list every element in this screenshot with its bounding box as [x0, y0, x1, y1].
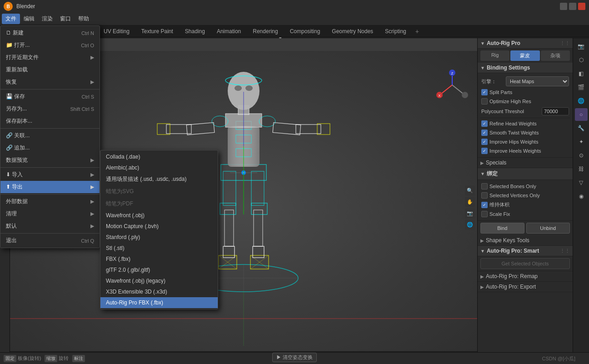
pan-icon[interactable]: ✋ — [465, 197, 475, 207]
export-ply[interactable]: Stanford (.ply) — [100, 232, 218, 243]
menu-save-as[interactable]: 另存为... Shift Ctrl S — [0, 103, 100, 115]
export-alembic[interactable]: Alembic(.abc) — [100, 162, 218, 173]
tab-compositing[interactable]: Compositing — [285, 26, 326, 36]
prop-scene[interactable]: 🎬 — [575, 81, 588, 94]
add-workspace-button[interactable]: + — [413, 27, 422, 36]
maximize-button[interactable] — [569, 3, 576, 10]
menu-new[interactable]: 🗋 新建 Ctrl N — [0, 27, 100, 39]
selected-bones-checkbox[interactable] — [481, 183, 488, 189]
tab-skin[interactable]: 蒙皮 — [510, 50, 539, 61]
binding-settings-content: 引擎： Heat Maps ✓ Split Parts Optimize Hig… — [478, 73, 573, 157]
arp-tabs: Rig 蒙皮 杂项 — [478, 49, 573, 63]
tab-shading[interactable]: Shading — [180, 26, 210, 36]
tab-animation[interactable]: Animation — [211, 26, 246, 36]
prop-render[interactable]: 📷 — [575, 40, 588, 53]
prop-output[interactable]: ⬡ — [575, 54, 588, 66]
arp-smart-menu[interactable]: ⋮⋮ — [560, 248, 570, 254]
improve-hips-checkbox[interactable]: ✓ — [481, 139, 488, 145]
navigation-gizmo[interactable]: Z X — [436, 69, 468, 101]
arp-remap-section[interactable]: ▶ Auto-Rig Pro: Remap — [478, 271, 573, 282]
prop-constraints[interactable]: ⛓ — [575, 163, 588, 175]
engine-dropdown[interactable]: Heat Maps — [506, 76, 569, 86]
export-obj-label: Wavefront (.obj) — [106, 212, 145, 219]
menu-file[interactable]: 文件 — [2, 14, 20, 24]
tab-misc[interactable]: 杂项 — [541, 50, 570, 61]
export-arp-fbx-label: Auto-Rig Pro FBX (.fbx) — [106, 299, 163, 306]
prop-material[interactable]: ◉ — [575, 190, 588, 203]
menu-open[interactable]: 📁 打开... Ctrl O — [0, 39, 100, 51]
prop-world[interactable]: 🌐 — [575, 95, 588, 107]
export-collada[interactable]: Collada (.dae) — [100, 151, 218, 162]
export-usd[interactable]: 通用场景描述 (.usd, .usdc, .usda) — [100, 173, 218, 185]
arp-panel-menu[interactable]: ⋮⋮ — [560, 40, 570, 46]
tab-rig[interactable]: Rig — [480, 50, 509, 61]
menu-link[interactable]: 🔗 关联... — [0, 130, 100, 142]
shape-keys-tools-label: Shape Keys Tools — [486, 237, 529, 244]
menu-data-preview-arrow: ▶ — [90, 157, 94, 163]
arp-smart-header[interactable]: ▼ Auto-Rig Pro: Smart ⋮⋮ — [478, 246, 573, 256]
export-stl[interactable]: Stl (.stl) — [100, 243, 218, 254]
prop-physics[interactable]: ⊙ — [575, 149, 588, 162]
prop-object[interactable]: ○ — [575, 108, 588, 121]
selected-vertices-checkbox[interactable] — [481, 192, 488, 199]
prop-particles[interactable]: ✦ — [575, 135, 588, 148]
export-fbx[interactable]: FBX (.fbx) — [100, 254, 218, 264]
shape-keys-tools-section[interactable]: ▶ Shape Keys Tools — [478, 235, 573, 246]
menu-render[interactable]: 渲染 — [38, 14, 56, 24]
menu-data-preview[interactable]: 数据预览 ▶ — [0, 154, 100, 166]
menu-external-data[interactable]: 外部数据 ▶ — [0, 195, 100, 208]
tab-geometry-nodes[interactable]: Geometry Nodes — [326, 26, 379, 36]
polycount-input[interactable] — [542, 107, 569, 115]
menu-save-copy[interactable]: 保存副本... — [0, 115, 100, 127]
menu-quit[interactable]: 退出 Ctrl Q — [0, 234, 100, 247]
tab-rendering[interactable]: Rendering — [247, 26, 283, 36]
scale-fix-checkbox[interactable] — [481, 211, 488, 217]
binding-settings-header[interactable]: ▼ Binding Settings — [478, 63, 573, 73]
maintain-volume-checkbox[interactable]: ✓ — [481, 202, 488, 208]
bind-button[interactable]: Bind — [480, 223, 524, 234]
improve-heels-checkbox[interactable]: ✓ — [481, 148, 488, 154]
menu-help[interactable]: 帮助 — [75, 14, 93, 24]
arp-export-section[interactable]: ▶ Auto-Rig Pro: Export — [478, 282, 573, 292]
tab-scripting[interactable]: Scripting — [379, 26, 412, 36]
menu-export[interactable]: ⬆ 导出 ▶ — [0, 181, 100, 193]
prop-view-layer[interactable]: ◧ — [575, 67, 588, 80]
arp-remap-label: Auto-Rig Pro: Remap — [486, 273, 538, 279]
zoom-icon[interactable]: 🔍 — [465, 185, 475, 195]
menu-import[interactable]: ⬇ 导入 ▶ — [0, 169, 100, 181]
smooth-twist-checkbox[interactable]: ✓ — [481, 130, 488, 136]
tab-texture-paint[interactable]: Texture Paint — [136, 26, 179, 36]
minimize-button[interactable] — [560, 3, 567, 10]
export-bvh[interactable]: Motion Capture (.bvh) — [100, 221, 218, 232]
menu-clean[interactable]: 清理 ▶ — [0, 208, 100, 220]
clear-pose-btn[interactable]: ▶ 清空姿态变换 — [272, 353, 317, 362]
arp-panel-header[interactable]: ▼ Auto-Rig Pro ⋮⋮ — [478, 38, 573, 49]
tab-uv-editing[interactable]: UV Editing — [98, 26, 135, 36]
menu-window[interactable]: 窗口 — [56, 14, 75, 24]
status-key-3: 标注 — [72, 355, 85, 362]
menu-edit[interactable]: 编辑 — [20, 14, 38, 24]
specials-section[interactable]: ▶ Specials — [478, 158, 573, 168]
split-parts-checkbox[interactable]: ✓ — [481, 89, 488, 95]
close-button[interactable] — [578, 3, 585, 10]
refine-head-checkbox[interactable]: ✓ — [481, 120, 488, 127]
menu-defaults[interactable]: 默认 ▶ — [0, 220, 100, 232]
camera-icon[interactable]: 📷 — [465, 208, 475, 218]
world-icon[interactable]: 🌐 — [465, 219, 475, 229]
optimize-highres-checkbox[interactable] — [481, 98, 488, 105]
export-obj-legacy[interactable]: Wavefront (.obj) (legacy) — [100, 275, 218, 286]
export-obj[interactable]: Wavefront (.obj) — [100, 210, 218, 221]
prop-data[interactable]: ▽ — [575, 176, 588, 189]
get-selected-objects-button[interactable]: Get Selected Objects — [480, 258, 570, 269]
menu-append[interactable]: 🔗 追加... — [0, 142, 100, 154]
prop-modifier[interactable]: 🔧 — [575, 122, 588, 135]
unbind-button[interactable]: Unbind — [526, 223, 570, 234]
menu-save[interactable]: 💾 保存 Ctrl S — [0, 90, 100, 103]
export-arp-fbx[interactable]: Auto-Rig Pro FBX (.fbx) — [100, 297, 218, 308]
binding-header[interactable]: ▼ 绑定 — [478, 168, 573, 180]
menu-reload[interactable]: 重新加载 — [0, 64, 100, 76]
menu-open-recent[interactable]: 打开近期文件 ▶ — [0, 51, 100, 64]
export-gltf[interactable]: glTF 2.0 (.glb/.gltf) — [100, 264, 218, 275]
export-x3d[interactable]: X3D Extensible 3D (.x3d) — [100, 286, 218, 297]
menu-recover[interactable]: 恢复 ▶ — [0, 76, 100, 88]
